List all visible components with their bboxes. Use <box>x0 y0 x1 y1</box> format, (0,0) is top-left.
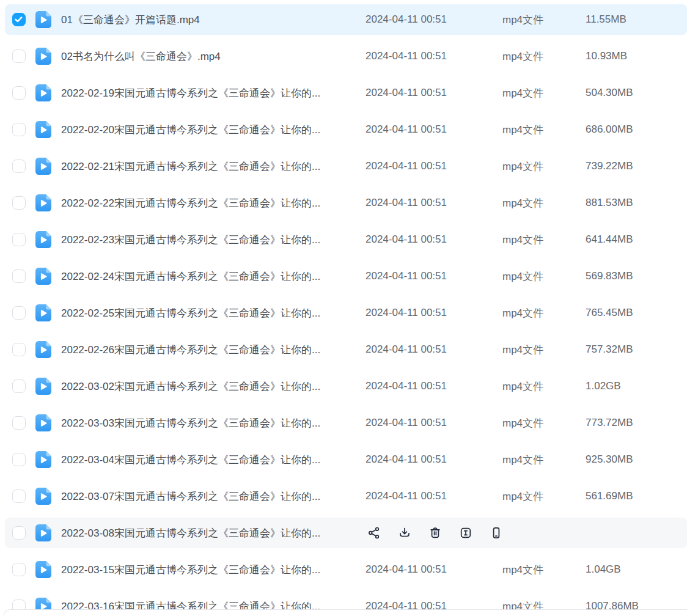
file-size: 641.44MB <box>586 233 633 246</box>
file-name[interactable]: 2022-02-24宋国元通古博今系列之《三命通会》让你的... <box>61 270 320 284</box>
file-type: mp4文件 <box>502 380 543 394</box>
row-checkbox[interactable] <box>12 380 26 393</box>
file-type: mp4文件 <box>502 343 543 357</box>
file-row[interactable]: 2022-03-07宋国元通古博今系列之《三命通会》让你的... 2024-04… <box>5 481 687 512</box>
file-row[interactable]: 2022-03-03宋国元通古博今系列之《三命通会》让你的... 2024-04… <box>5 408 687 438</box>
row-checkbox[interactable] <box>12 490 26 503</box>
video-play-file-icon <box>35 48 51 65</box>
row-checkbox[interactable] <box>12 86 26 100</box>
file-date: 2024-04-11 00:51 <box>366 453 447 466</box>
file-type: mp4文件 <box>502 306 543 320</box>
file-name[interactable]: 2022-02-22宋国元通古博今系列之《三命通会》让你的... <box>61 196 320 210</box>
file-date: 2024-04-11 00:51 <box>366 270 447 282</box>
row-checkbox[interactable] <box>12 270 26 283</box>
row-checkbox[interactable] <box>12 123 26 136</box>
file-size: 10.93MB <box>586 50 627 62</box>
file-size: 739.22MB <box>586 160 633 172</box>
video-play-file-icon <box>35 158 51 175</box>
file-size: 1.02GB <box>586 380 621 392</box>
file-type: mp4文件 <box>502 416 543 430</box>
file-type: mp4文件 <box>502 86 543 100</box>
file-size: 686.00MB <box>586 123 633 136</box>
video-play-file-icon <box>35 231 51 248</box>
row-checkbox[interactable] <box>12 563 26 576</box>
file-name[interactable]: 2022-03-15宋国元通古博今系列之《三命通会》让你的... <box>61 563 320 577</box>
row-checkbox[interactable] <box>12 13 26 26</box>
checkmark-icon <box>13 13 24 25</box>
file-name[interactable]: 2022-02-25宋国元通古博今系列之《三命通会》让你的... <box>61 306 320 320</box>
file-type: mp4文件 <box>502 160 543 174</box>
file-date: 2024-04-11 00:51 <box>366 343 447 356</box>
video-play-file-icon <box>35 561 51 578</box>
file-row[interactable]: 2022-02-21宋国元通古博今系列之《三命通会》让你的... 2024-04… <box>5 151 687 182</box>
share-icon[interactable] <box>367 526 381 540</box>
file-row[interactable]: 2022-02-19宋国元通古博今系列之《三命通会》让你的... 2024-04… <box>5 78 687 108</box>
file-date: 2024-04-11 00:51 <box>366 490 447 502</box>
video-play-file-icon <box>35 488 51 505</box>
file-name[interactable]: 2022-02-19宋国元通古博今系列之《三命通会》让你的... <box>61 86 320 100</box>
file-row[interactable]: 02书名为什么叫《三命通会》.mp4 2024-04-11 00:51 mp4文… <box>5 41 687 72</box>
delete-icon[interactable] <box>428 526 443 540</box>
file-name[interactable]: 2022-03-04宋国元通古博今系列之《三命通会》让你的... <box>61 453 320 467</box>
file-date: 2024-04-11 00:51 <box>366 13 447 26</box>
download-icon[interactable] <box>397 526 412 540</box>
file-row[interactable]: 2022-03-04宋国元通古博今系列之《三命通会》让你的... 2024-04… <box>5 444 687 475</box>
file-row[interactable]: 2022-02-20宋国元通古博今系列之《三命通会》让你的... 2024-04… <box>5 114 687 145</box>
file-date: 2024-04-11 00:51 <box>366 197 447 209</box>
file-name[interactable]: 2022-03-07宋国元通古博今系列之《三命通会》让你的... <box>61 490 320 504</box>
file-size: 765.45MB <box>586 307 633 319</box>
file-type: mp4文件 <box>502 233 543 247</box>
file-name[interactable]: 2022-02-21宋国元通古博今系列之《三命通会》让你的... <box>61 160 320 174</box>
file-date: 2024-04-11 00:51 <box>366 50 447 62</box>
file-type: mp4文件 <box>502 490 543 504</box>
video-play-file-icon <box>35 304 51 321</box>
file-size: 561.69MB <box>586 490 633 502</box>
file-row[interactable]: 2022-02-25宋国元通古博今系列之《三命通会》让你的... 2024-04… <box>5 298 687 328</box>
rename-icon[interactable] <box>458 526 473 540</box>
file-date: 2024-04-11 00:51 <box>366 307 447 319</box>
file-size: 569.83MB <box>586 270 633 282</box>
row-checkbox[interactable] <box>12 526 26 540</box>
file-row[interactable]: 2022-03-08宋国元通古博今系列之《三命通会》让你的... <box>5 518 687 548</box>
file-row[interactable]: 2022-03-02宋国元通古博今系列之《三命通会》让你的... 2024-04… <box>5 371 687 402</box>
file-row[interactable]: 2022-02-24宋国元通古博今系列之《三命通会》让你的... 2024-04… <box>5 261 687 292</box>
row-checkbox[interactable] <box>12 453 26 466</box>
row-checkbox[interactable] <box>12 196 26 210</box>
row-checkbox[interactable] <box>12 343 26 356</box>
file-date: 2024-04-11 00:51 <box>366 417 447 429</box>
video-play-file-icon <box>35 194 51 211</box>
file-name[interactable]: 01《三命通会》开篇话题.mp4 <box>61 13 200 27</box>
file-row[interactable]: 2022-02-22宋国元通古博今系列之《三命通会》让你的... 2024-04… <box>5 188 687 218</box>
file-size: 504.30MB <box>586 87 633 99</box>
file-date: 2024-04-11 00:51 <box>366 233 447 246</box>
file-name[interactable]: 2022-03-02宋国元通古博今系列之《三命通会》让你的... <box>61 380 320 394</box>
file-row[interactable]: 2022-02-26宋国元通古博今系列之《三命通会》让你的... 2024-04… <box>5 334 687 365</box>
file-type: mp4文件 <box>502 270 543 284</box>
file-date: 2024-04-11 00:51 <box>366 563 447 576</box>
row-checkbox[interactable] <box>12 416 26 430</box>
file-size: 881.53MB <box>586 197 633 209</box>
file-type: mp4文件 <box>502 123 543 137</box>
row-checkbox[interactable] <box>12 233 26 246</box>
file-name[interactable]: 2022-03-03宋国元通古博今系列之《三命通会》让你的... <box>61 416 320 430</box>
row-checkbox[interactable] <box>12 50 26 63</box>
video-play-file-icon <box>35 84 51 101</box>
file-type: mp4文件 <box>502 453 543 467</box>
video-play-file-icon <box>35 11 51 28</box>
file-date: 2024-04-11 00:51 <box>366 123 447 136</box>
video-play-file-icon <box>35 414 51 431</box>
file-date: 2024-04-11 00:51 <box>366 160 447 172</box>
row-actions <box>367 526 504 540</box>
file-row[interactable]: 2022-03-15宋国元通古博今系列之《三命通会》让你的... 2024-04… <box>5 554 687 585</box>
save-to-device-icon[interactable] <box>489 526 504 540</box>
file-name[interactable]: 2022-03-08宋国元通古博今系列之《三命通会》让你的... <box>61 526 320 540</box>
row-checkbox[interactable] <box>12 160 26 173</box>
file-name[interactable]: 02书名为什么叫《三命通会》.mp4 <box>61 50 221 64</box>
file-name[interactable]: 2022-02-26宋国元通古博今系列之《三命通会》让你的... <box>61 343 320 357</box>
file-size: 925.30MB <box>586 453 633 466</box>
file-name[interactable]: 2022-02-23宋国元通古博今系列之《三命通会》让你的... <box>61 233 320 247</box>
file-row[interactable]: 01《三命通会》开篇话题.mp4 2024-04-11 00:51 mp4文件 … <box>5 4 687 35</box>
file-row[interactable]: 2022-02-23宋国元通古博今系列之《三命通会》让你的... 2024-04… <box>5 224 687 255</box>
file-name[interactable]: 2022-02-20宋国元通古博今系列之《三命通会》让你的... <box>61 123 320 137</box>
row-checkbox[interactable] <box>12 306 26 320</box>
